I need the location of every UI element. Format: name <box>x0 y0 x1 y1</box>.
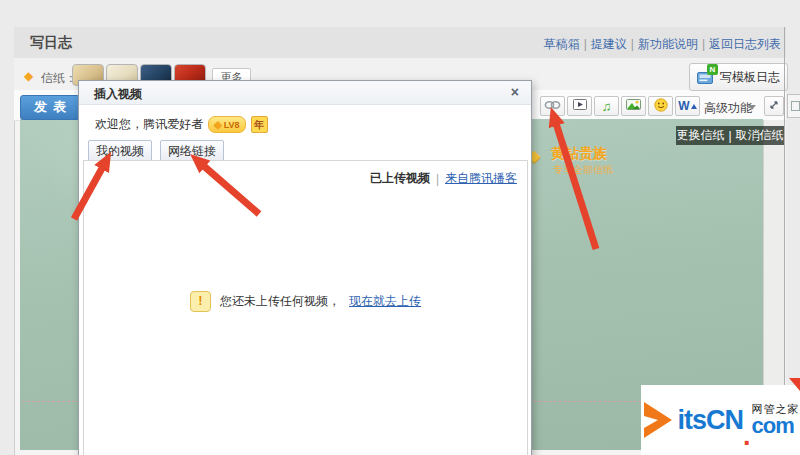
watermark-text: itsCN <box>677 405 743 436</box>
chevron-down-icon <box>748 105 756 110</box>
image-icon <box>626 99 641 113</box>
paper-overlay-bar: 更换信纸 | 取消信纸 <box>676 126 784 145</box>
empty-state: ! 您还未上传任何视频， 现在就去上传 <box>84 291 527 312</box>
tencent-podcast-link[interactable]: 来自腾讯播客 <box>445 170 517 187</box>
annual-badge: 年 <box>251 116 268 133</box>
dialog-titlebar[interactable]: 插入视频 × <box>79 81 531 105</box>
link-icon <box>544 99 561 113</box>
publish-button[interactable]: 发表 <box>20 95 80 120</box>
page-title: 写日志 <box>30 34 72 52</box>
header-separator: | <box>436 172 439 186</box>
cancel-paper-link[interactable]: 取消信纸 <box>736 127 784 144</box>
video-list-panel: 已上传视频 | 来自腾讯播客 ! 您还未上传任何视频， 现在就去上传 <box>83 160 528 455</box>
advanced-features-dropdown[interactable]: 高级功能 <box>704 100 752 117</box>
watermark-dot: . <box>743 431 751 455</box>
yellow-diamond-icon: ◆ <box>24 70 33 82</box>
insert-music-button[interactable]: ♫ <box>594 96 619 116</box>
header-links: 草稿箱|提建议|新功能说明|返回日志列表 <box>540 36 785 53</box>
back-to-list-link[interactable]: 返回日志列表 <box>709 37 781 51</box>
empty-state-text: 您还未上传任何视频， <box>220 293 340 310</box>
right-panel-icon-button[interactable] <box>787 94 800 118</box>
level-badge-label: LV8 <box>224 120 240 130</box>
music-icon: ♫ <box>602 100 612 113</box>
word-import-button[interactable]: W <box>675 96 700 116</box>
blog-editor-page: 写日志 草稿箱|提建议|新功能说明|返回日志列表 ◆ 信纸： 更多 N 写模板日… <box>0 0 800 455</box>
overlay-separator: | <box>728 129 731 143</box>
watermark-stack: 网管之家 com <box>752 404 800 437</box>
video-icon <box>573 99 587 113</box>
watermark-bitscn: itsCN . 网管之家 com <box>641 385 800 455</box>
insert-video-button[interactable] <box>567 96 592 116</box>
change-paper-link[interactable]: 更换信纸 <box>676 127 724 144</box>
upload-now-link[interactable]: 现在就去上传 <box>349 293 421 310</box>
template-blog-icon: N <box>697 69 716 85</box>
emoticon-icon <box>654 98 668 115</box>
vip-title: 黄钻贵族 <box>551 145 607 163</box>
word-icon: W <box>678 100 689 112</box>
level-badge: ◆ LV8 <box>208 116 246 133</box>
uploaded-videos-label: 已上传视频 <box>370 170 430 187</box>
expand-icon <box>768 99 780 114</box>
watermark-com: com <box>752 415 800 437</box>
template-blog-label: 写模板日志 <box>720 69 780 86</box>
fullscreen-button[interactable] <box>764 96 784 116</box>
insert-emoticon-button[interactable] <box>648 96 673 116</box>
warning-icon: ! <box>190 291 211 312</box>
link-separator: | <box>631 37 634 51</box>
drafts-link[interactable]: 草稿箱 <box>544 37 580 51</box>
close-icon[interactable]: × <box>511 84 519 100</box>
new-features-link[interactable]: 新功能说明 <box>638 37 698 51</box>
bitscn-logo-icon <box>641 397 675 444</box>
insert-image-button[interactable] <box>621 96 646 116</box>
dialog-title: 插入视频 <box>94 86 142 103</box>
insert-video-dialog: 插入视频 × 欢迎您，腾讯爱好者 ◆ LV8 年 我的视频 网络链接 已上传视频… <box>78 80 532 455</box>
template-blog-button[interactable]: N 写模板日志 <box>689 63 788 91</box>
welcome-text: 欢迎您，腾讯爱好者 <box>95 116 203 133</box>
welcome-row: 欢迎您，腾讯爱好者 ◆ LV8 年 <box>95 116 268 133</box>
link-separator: | <box>584 37 587 51</box>
new-badge: N <box>707 64 718 75</box>
red-corner-shape <box>789 378 800 391</box>
right-panel-icon <box>791 101 800 111</box>
video-list-header: 已上传视频 | 来自腾讯播客 <box>370 170 517 187</box>
link-separator: | <box>702 37 705 51</box>
word-arrow-icon <box>691 104 697 109</box>
vip-subtitle: 专享全部信纸 <box>553 163 613 177</box>
insert-link-button[interactable] <box>540 96 565 116</box>
suggest-link[interactable]: 提建议 <box>591 37 627 51</box>
yellow-diamond-icon: ◆ <box>214 119 222 131</box>
